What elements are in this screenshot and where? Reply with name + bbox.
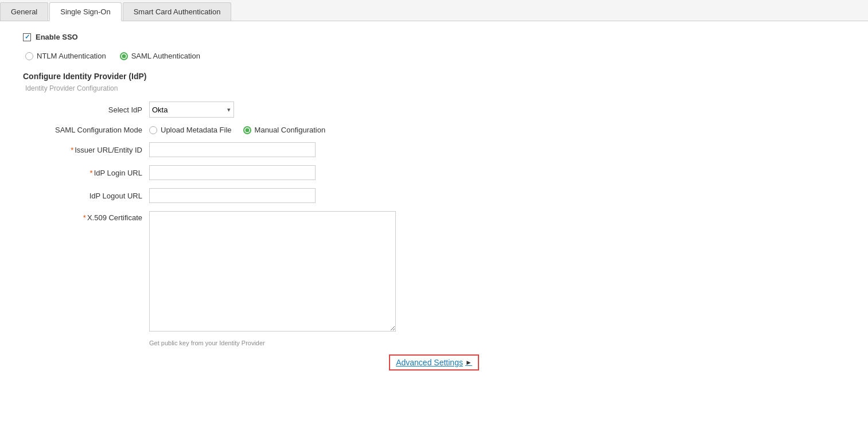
select-idp-label: Select IdP bbox=[23, 106, 149, 114]
ntlm-label: NTLM Authentication bbox=[37, 52, 106, 60]
idp-config-subheading: Identity Provider Configuration bbox=[23, 84, 845, 92]
x509-cert-required-star: * bbox=[83, 213, 86, 222]
x509-cert-label: *X.509 Certificate bbox=[23, 211, 149, 222]
idp-logout-url-row: IdP Logout URL bbox=[23, 188, 845, 203]
manual-config-radio[interactable]: Manual Configuration bbox=[243, 126, 326, 134]
select-idp-wrapper: Okta Azure AD ADFS Custom bbox=[149, 102, 234, 118]
configure-idp-heading: Configure Identity Provider (IdP) bbox=[23, 72, 845, 81]
upload-metadata-label: Upload Metadata File bbox=[161, 126, 232, 134]
saml-config-mode-label: SAML Configuration Mode bbox=[23, 126, 149, 134]
advanced-settings-label: Advanced Settings bbox=[396, 358, 463, 367]
enable-sso-label: Enable SSO bbox=[36, 33, 78, 41]
upload-metadata-radio-circle bbox=[149, 126, 157, 134]
advanced-settings-link[interactable]: Advanced Settings ► bbox=[389, 354, 479, 371]
idp-logout-url-input[interactable] bbox=[149, 188, 316, 203]
saml-radio[interactable]: SAML Authentication bbox=[120, 52, 200, 60]
auth-type-row: NTLM Authentication SAML Authentication bbox=[23, 52, 845, 60]
tab-smart-card[interactable]: Smart Card Authentication bbox=[123, 2, 232, 21]
issuer-url-row: *Issuer URL/Entity ID bbox=[23, 142, 845, 157]
idp-logout-url-label: IdP Logout URL bbox=[23, 192, 149, 200]
x509-cert-textarea[interactable] bbox=[149, 211, 396, 332]
content-area: Enable SSO NTLM Authentication SAML Auth… bbox=[0, 21, 868, 382]
idp-login-url-input[interactable] bbox=[149, 165, 316, 180]
x509-cert-row: *X.509 Certificate bbox=[23, 211, 845, 332]
upload-metadata-radio[interactable]: Upload Metadata File bbox=[149, 126, 232, 134]
enable-sso-checkbox[interactable] bbox=[23, 33, 31, 41]
manual-config-label: Manual Configuration bbox=[255, 126, 326, 134]
issuer-url-input[interactable] bbox=[149, 142, 316, 157]
advanced-settings-container: Advanced Settings ► bbox=[23, 354, 845, 371]
tab-general[interactable]: General bbox=[0, 2, 48, 21]
enable-sso-row: Enable SSO bbox=[23, 33, 845, 41]
saml-radio-circle bbox=[120, 52, 128, 60]
select-idp-row: Select IdP Okta Azure AD ADFS Custom bbox=[23, 102, 845, 118]
saml-config-mode-row: SAML Configuration Mode Upload Metadata … bbox=[23, 126, 845, 134]
ntlm-radio-circle bbox=[25, 52, 33, 60]
saml-label: SAML Authentication bbox=[131, 52, 200, 60]
ntlm-radio[interactable]: NTLM Authentication bbox=[25, 52, 106, 60]
tab-sso[interactable]: Single Sign-On bbox=[49, 2, 121, 21]
advanced-settings-arrow-icon: ► bbox=[465, 358, 472, 366]
idp-login-url-label: *IdP Login URL bbox=[23, 169, 149, 177]
cert-hint: Get public key from your Identity Provid… bbox=[149, 340, 845, 346]
idp-login-url-row: *IdP Login URL bbox=[23, 165, 845, 180]
manual-config-radio-circle bbox=[243, 126, 251, 134]
select-idp-dropdown[interactable]: Okta Azure AD ADFS Custom bbox=[149, 102, 234, 118]
issuer-url-required-star: * bbox=[71, 146, 73, 154]
page-container: General Single Sign-On Smart Card Authen… bbox=[0, 0, 868, 425]
issuer-url-label: *Issuer URL/Entity ID bbox=[23, 146, 149, 154]
saml-mode-options: Upload Metadata File Manual Configuratio… bbox=[149, 126, 325, 134]
tab-bar: General Single Sign-On Smart Card Authen… bbox=[0, 0, 868, 21]
idp-login-url-required-star: * bbox=[90, 169, 93, 177]
